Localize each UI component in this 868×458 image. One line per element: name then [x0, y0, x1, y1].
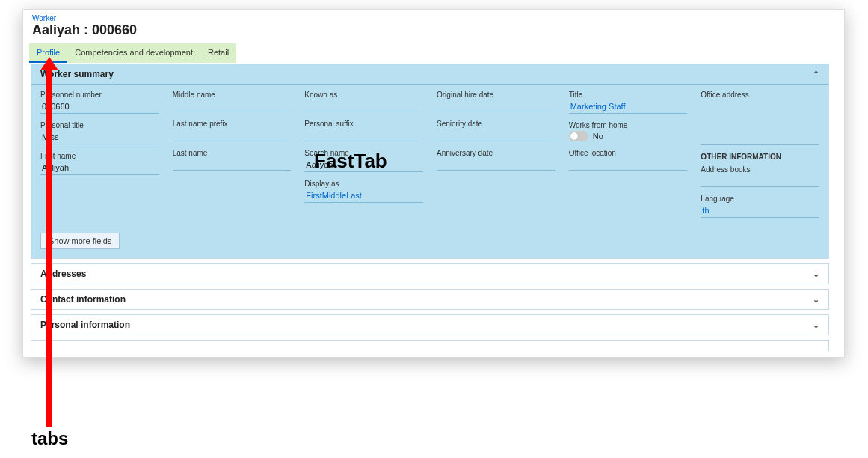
label-original-hire-date: Original hire date [437, 91, 555, 99]
annotation-fasttab-label: FastTab [314, 150, 387, 173]
summary-col-1: Personnel number 000660 Personal title M… [40, 91, 159, 225]
label-personal-title: Personal title [40, 121, 159, 129]
language-field[interactable]: th [701, 204, 819, 218]
label-anniversary-date: Anniversary date [437, 149, 555, 157]
summary-col-5: Title Marketing Staff Works from home No… [569, 91, 688, 225]
label-office-location: Office location [569, 149, 688, 157]
personal-title-field[interactable]: Miss [40, 131, 159, 144]
fasttab-partial: . [31, 340, 829, 351]
label-first-name: First name [40, 152, 159, 160]
label-last-name-prefix: Last name prefix [173, 120, 292, 128]
personal-suffix-field[interactable] [304, 129, 423, 141]
office-address-field[interactable] [701, 100, 819, 145]
other-information-header: OTHER INFORMATION [701, 153, 819, 161]
label-language: Language [701, 195, 819, 203]
summary-col-4: Original hire date Seniority date Annive… [437, 91, 555, 225]
fasttab-personal-information: Personal information ⌄ [31, 314, 829, 335]
first-name-field[interactable]: Aaliyah [40, 162, 159, 175]
chevron-down-icon: ⌄ [813, 320, 819, 330]
tab-retail[interactable]: Retail [200, 43, 236, 63]
toggle-track [569, 131, 588, 141]
display-as-field[interactable]: FirstMiddleLast [304, 189, 423, 203]
office-location-field[interactable] [569, 159, 688, 171]
personnel-number-field[interactable]: 000660 [40, 100, 159, 114]
works-from-home-toggle[interactable]: No [569, 131, 688, 141]
anniversary-date-field[interactable] [437, 159, 555, 171]
original-hire-date-field[interactable] [437, 100, 555, 112]
annotation-arrow [46, 67, 52, 427]
tabs-row: Profile Competencies and development Ret… [23, 43, 844, 64]
toggle-value: No [593, 132, 603, 141]
middle-name-field[interactable] [173, 100, 292, 112]
label-last-name: Last name [173, 149, 292, 157]
content-scroll[interactable]: Worker summary ⌃ Personnel number 000660… [31, 64, 829, 351]
label-works-from-home: Works from home [569, 121, 688, 129]
fasttab-worker-summary: Worker summary ⌃ Personnel number 000660… [31, 64, 829, 259]
chevron-up-icon: ⌃ [813, 70, 819, 79]
toggle-thumb [570, 132, 578, 140]
label-known-as: Known as [304, 91, 423, 99]
known-as-field[interactable] [304, 100, 423, 112]
label-display-as: Display as [304, 180, 423, 188]
worker-detail-window: Worker Aaliyah : 000660 Profile Competen… [22, 9, 845, 358]
summary-col-6: Office address OTHER INFORMATION Address… [701, 91, 819, 225]
tab-competencies[interactable]: Competencies and development [67, 43, 200, 63]
fasttab-header-partial[interactable]: . [31, 341, 828, 351]
last-name-prefix-field[interactable] [173, 129, 292, 141]
label-personnel-number: Personnel number [40, 91, 159, 99]
fasttab-title: Personal information [40, 320, 130, 330]
fasttab-header-contact[interactable]: Contact information ⌄ [31, 290, 828, 309]
chevron-down-icon: ⌄ [813, 295, 819, 305]
label-seniority-date: Seniority date [437, 120, 555, 128]
label-personal-suffix: Personal suffix [304, 120, 423, 128]
fasttab-header-addresses[interactable]: Addresses ⌄ [31, 264, 828, 284]
chevron-down-icon: ⌄ [813, 269, 819, 279]
title-field[interactable]: Marketing Staff [569, 100, 688, 114]
label-office-address: Office address [701, 91, 819, 99]
address-books-field[interactable] [701, 175, 819, 187]
fasttab-header-personal[interactable]: Personal information ⌄ [31, 315, 828, 335]
seniority-date-field[interactable] [437, 129, 555, 141]
fasttab-contact-information: Contact information ⌄ [31, 289, 829, 310]
fasttab-addresses: Addresses ⌄ [31, 263, 829, 284]
label-address-books: Address books [701, 165, 819, 174]
label-title: Title [569, 91, 688, 99]
summary-col-2: Middle name Last name prefix Last name [173, 91, 292, 225]
page-title: Aaliyah : 000660 [23, 22, 844, 43]
fasttab-title: Contact information [40, 294, 126, 305]
fasttab-header-worker-summary[interactable]: Worker summary ⌃ [31, 64, 828, 85]
last-name-field[interactable] [173, 159, 292, 171]
annotation-tabs-label: tabs [31, 428, 68, 449]
breadcrumb[interactable]: Worker [23, 10, 844, 22]
label-middle-name: Middle name [173, 91, 292, 99]
